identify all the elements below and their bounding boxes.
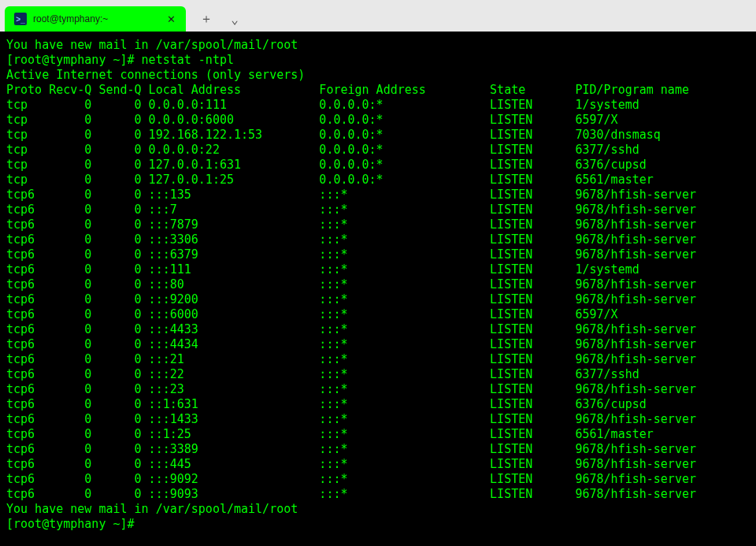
netstat-row: tcp6 0 0 :::4434 :::* LISTEN 9678/hfish-… bbox=[6, 337, 750, 352]
mail-notice: You have new mail in /var/spool/mail/roo… bbox=[6, 38, 750, 53]
terminal-tab[interactable]: >_ root@tymphany:~ ✕ bbox=[5, 6, 186, 32]
netstat-row: tcp 0 0 127.0.0.1:631 0.0.0.0:* LISTEN 6… bbox=[6, 158, 750, 173]
netstat-row: tcp6 0 0 :::3389 :::* LISTEN 9678/hfish-… bbox=[6, 442, 750, 457]
mail-notice: You have new mail in /var/spool/mail/roo… bbox=[6, 502, 750, 517]
netstat-row: tcp6 0 0 :::1433 :::* LISTEN 9678/hfish-… bbox=[6, 412, 750, 427]
terminal-icon: >_ bbox=[14, 13, 27, 25]
netstat-row: tcp6 0 0 :::9093 :::* LISTEN 9678/hfish-… bbox=[6, 487, 750, 502]
close-icon[interactable]: ✕ bbox=[165, 13, 176, 24]
netstat-row: tcp 0 0 0.0.0.0:22 0.0.0.0:* LISTEN 6377… bbox=[6, 143, 750, 158]
prompt-line[interactable]: [root@tymphany ~]# bbox=[6, 517, 750, 532]
netstat-row: tcp6 0 0 :::21 :::* LISTEN 9678/hfish-se… bbox=[6, 352, 750, 367]
prompt-line: [root@tymphany ~]# netstat -ntpl bbox=[6, 53, 750, 68]
netstat-row: tcp6 0 0 :::6000 :::* LISTEN 6597/X bbox=[6, 307, 750, 322]
column-header: Proto Recv-Q Send-Q Local Address Foreig… bbox=[6, 83, 750, 98]
netstat-row: tcp6 0 0 :::80 :::* LISTEN 9678/hfish-se… bbox=[6, 277, 750, 292]
netstat-row: tcp 0 0 127.0.0.1:25 0.0.0.0:* LISTEN 65… bbox=[6, 173, 750, 188]
netstat-row: tcp6 0 0 :::22 :::* LISTEN 6377/sshd bbox=[6, 367, 750, 382]
terminal-output[interactable]: You have new mail in /var/spool/mail/roo… bbox=[0, 32, 756, 546]
tab-menu-icon[interactable]: ⌄ bbox=[224, 8, 246, 30]
netstat-row: tcp6 0 0 :::3306 :::* LISTEN 9678/hfish-… bbox=[6, 232, 750, 247]
tab-title: root@tymphany:~ bbox=[33, 13, 159, 24]
netstat-row: tcp6 0 0 :::23 :::* LISTEN 9678/hfish-se… bbox=[6, 382, 750, 397]
netstat-row: tcp 0 0 192.168.122.1:53 0.0.0.0:* LISTE… bbox=[6, 128, 750, 143]
titlebar: >_ root@tymphany:~ ✕ ＋ ⌄ bbox=[0, 0, 756, 32]
netstat-row: tcp6 0 0 :::9092 :::* LISTEN 9678/hfish-… bbox=[6, 472, 750, 487]
netstat-row: tcp6 0 0 :::7 :::* LISTEN 9678/hfish-ser… bbox=[6, 202, 750, 217]
connections-header: Active Internet connections (only server… bbox=[6, 68, 750, 83]
new-tab-icon[interactable]: ＋ bbox=[195, 8, 217, 30]
netstat-row: tcp6 0 0 :::445 :::* LISTEN 9678/hfish-s… bbox=[6, 457, 750, 472]
netstat-row: tcp6 0 0 :::6379 :::* LISTEN 9678/hfish-… bbox=[6, 247, 750, 262]
netstat-row: tcp6 0 0 :::111 :::* LISTEN 1/systemd bbox=[6, 262, 750, 277]
netstat-row: tcp 0 0 0.0.0.0:111 0.0.0.0:* LISTEN 1/s… bbox=[6, 98, 750, 113]
netstat-row: tcp6 0 0 ::1:25 :::* LISTEN 6561/master bbox=[6, 427, 750, 442]
netstat-row: tcp 0 0 0.0.0.0:6000 0.0.0.0:* LISTEN 65… bbox=[6, 113, 750, 128]
netstat-row: tcp6 0 0 ::1:631 :::* LISTEN 6376/cupsd bbox=[6, 397, 750, 412]
netstat-row: tcp6 0 0 :::7879 :::* LISTEN 9678/hfish-… bbox=[6, 217, 750, 232]
netstat-row: tcp6 0 0 :::4433 :::* LISTEN 9678/hfish-… bbox=[6, 322, 750, 337]
netstat-row: tcp6 0 0 :::135 :::* LISTEN 9678/hfish-s… bbox=[6, 188, 750, 202]
netstat-row: tcp6 0 0 :::9200 :::* LISTEN 9678/hfish-… bbox=[6, 292, 750, 307]
tab-controls: ＋ ⌄ bbox=[195, 6, 246, 32]
